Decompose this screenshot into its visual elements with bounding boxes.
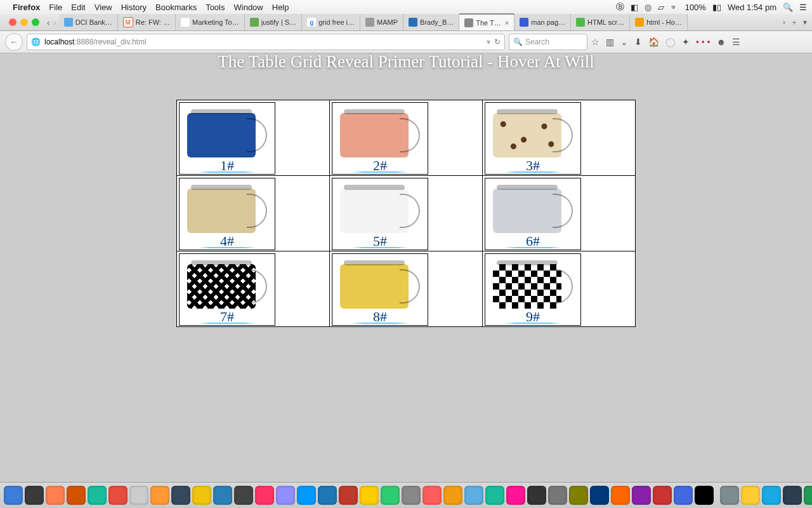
extension-icon[interactable]: ✦ xyxy=(682,37,690,47)
dock-app-icon[interactable] xyxy=(171,486,190,505)
menu-bookmarks[interactable]: Bookmarks xyxy=(155,3,197,12)
dock-app-icon[interactable] xyxy=(695,486,714,505)
notifications-icon[interactable]: ☰ xyxy=(799,3,807,12)
dock-app-icon[interactable] xyxy=(88,486,107,505)
dock-app-icon[interactable] xyxy=(632,486,651,505)
extension-icon[interactable]: ☻ xyxy=(716,37,726,47)
status-icon[interactable]: ◧ xyxy=(631,3,638,12)
dock-app-icon[interactable] xyxy=(402,486,421,505)
bookmark-star-icon[interactable]: ☆ xyxy=(591,37,599,47)
dock-app-icon[interactable] xyxy=(213,486,232,505)
menu-window[interactable]: Window xyxy=(234,3,263,12)
reader-view-icon[interactable]: ▥ xyxy=(606,37,614,47)
battery-icon[interactable]: ▮▯ xyxy=(712,3,721,12)
dock-app-icon[interactable] xyxy=(108,486,128,505)
dock-app-icon[interactable] xyxy=(150,486,169,505)
app-name[interactable]: Firefox xyxy=(13,3,40,12)
menu-file[interactable]: File xyxy=(49,3,62,12)
dock-app-icon[interactable] xyxy=(255,486,274,505)
tab-nav-back-icon[interactable]: ‹ xyxy=(46,18,51,27)
dock-app-icon[interactable] xyxy=(653,486,672,505)
dock-app-icon[interactable] xyxy=(339,486,358,505)
zoom-window-button[interactable] xyxy=(32,18,39,26)
wifi-icon[interactable]: ᯤ xyxy=(671,3,679,12)
browser-tab[interactable]: MRe: FW: … xyxy=(118,14,176,30)
browser-tab[interactable]: Brady_B… xyxy=(403,14,459,30)
dock-app-icon[interactable] xyxy=(25,486,44,505)
menu-tools[interactable]: Tools xyxy=(206,3,225,12)
dock-app-icon[interactable] xyxy=(129,486,148,505)
dock-app-icon[interactable] xyxy=(4,486,23,505)
browser-tab[interactable]: The T…× xyxy=(459,13,514,30)
grid-cell[interactable]: 8# xyxy=(330,251,483,327)
dock-app-icon[interactable] xyxy=(276,486,295,505)
menu-help[interactable]: Help xyxy=(272,3,289,12)
dock-app-icon[interactable] xyxy=(443,486,462,505)
grid-cell[interactable]: 7# xyxy=(177,251,330,327)
browser-tab[interactable]: HTML scr… xyxy=(571,14,630,30)
grid-cell[interactable]: 6# xyxy=(483,176,636,251)
dock-app-icon[interactable] xyxy=(297,486,316,505)
browser-tab[interactable]: DCI Bank… xyxy=(59,14,118,30)
dock-app-icon[interactable] xyxy=(611,486,630,505)
extension-icon[interactable]: • • • xyxy=(696,37,710,47)
search-bar[interactable]: 🔍 Search xyxy=(509,34,587,50)
dock-app-icon[interactable] xyxy=(422,486,442,505)
dock-app-icon[interactable] xyxy=(590,486,609,505)
close-tab-icon[interactable]: × xyxy=(505,19,509,27)
dock-app-icon[interactable] xyxy=(192,486,211,505)
hamburger-menu-icon[interactable]: ☰ xyxy=(732,37,740,47)
site-identity-icon[interactable]: 🌐 xyxy=(31,37,41,46)
minimize-window-button[interactable] xyxy=(20,18,28,26)
grid-cell[interactable]: 5# xyxy=(330,176,483,251)
all-tabs-icon[interactable]: ▾ xyxy=(803,18,807,27)
dock-app-icon[interactable] xyxy=(46,486,65,505)
tab-overflow-icon[interactable]: › xyxy=(783,18,785,27)
grid-cell[interactable]: 9# xyxy=(483,251,636,327)
menu-edit[interactable]: Edit xyxy=(71,3,85,12)
browser-tab[interactable]: man pag… xyxy=(514,14,571,30)
browser-tab[interactable]: ggrid free i… xyxy=(302,14,360,30)
grid-cell[interactable]: 1# xyxy=(177,100,330,176)
dock-app-icon[interactable] xyxy=(527,486,546,505)
browser-tab[interactable]: html - Ho… xyxy=(630,14,688,30)
status-icon[interactable]: ◎ xyxy=(645,3,652,12)
dock-app-icon[interactable] xyxy=(485,486,504,505)
dock-app-icon[interactable] xyxy=(783,486,802,505)
menu-history[interactable]: History xyxy=(121,3,147,12)
dock-app-icon[interactable] xyxy=(360,486,379,505)
dock-app-icon[interactable] xyxy=(720,486,739,505)
dock-app-icon[interactable] xyxy=(741,486,760,505)
browser-tab[interactable]: MAMP xyxy=(360,14,403,30)
pocket-icon[interactable]: ⌄ xyxy=(620,37,628,47)
menu-view[interactable]: View xyxy=(95,3,112,12)
dock-app-icon[interactable] xyxy=(318,486,337,505)
back-button[interactable]: ← xyxy=(5,33,23,51)
dropdown-icon[interactable]: ▾ xyxy=(487,37,490,46)
tab-nav-fwd-icon[interactable]: › xyxy=(52,18,57,27)
home-button[interactable]: 🏠 xyxy=(648,37,659,47)
downloads-icon[interactable]: ⬇ xyxy=(634,37,642,47)
dock-app-icon[interactable] xyxy=(381,486,400,505)
grid-cell[interactable]: 3# xyxy=(483,100,636,176)
airplay-icon[interactable]: ▱ xyxy=(658,3,664,12)
dock-app-icon[interactable] xyxy=(464,486,483,505)
dock-app-icon[interactable] xyxy=(234,486,253,505)
dock-app-icon[interactable] xyxy=(762,486,781,505)
dock-app-icon[interactable] xyxy=(506,486,525,505)
new-tab-button[interactable]: ＋ xyxy=(790,17,798,28)
browser-tab[interactable]: justify | S… xyxy=(245,14,302,30)
browser-tab[interactable]: Marketing To… xyxy=(176,14,245,30)
reload-button[interactable]: ↻ xyxy=(494,37,501,46)
dock-app-icon[interactable] xyxy=(548,486,567,505)
close-window-button[interactable] xyxy=(9,18,16,26)
url-bar[interactable]: 🌐 localhost:8888/reveal_div.html ▾ ↻ xyxy=(27,34,505,50)
dock-app-icon[interactable] xyxy=(674,486,693,505)
dock-app-icon[interactable] xyxy=(67,486,86,505)
status-icon[interactable]: Ⓑ xyxy=(616,1,624,13)
grid-cell[interactable]: 2# xyxy=(330,100,483,176)
grid-cell[interactable]: 4# xyxy=(177,176,330,251)
spotlight-icon[interactable]: 🔍 xyxy=(783,3,793,12)
dock-app-icon[interactable] xyxy=(804,486,812,505)
dock-app-icon[interactable] xyxy=(569,486,588,505)
